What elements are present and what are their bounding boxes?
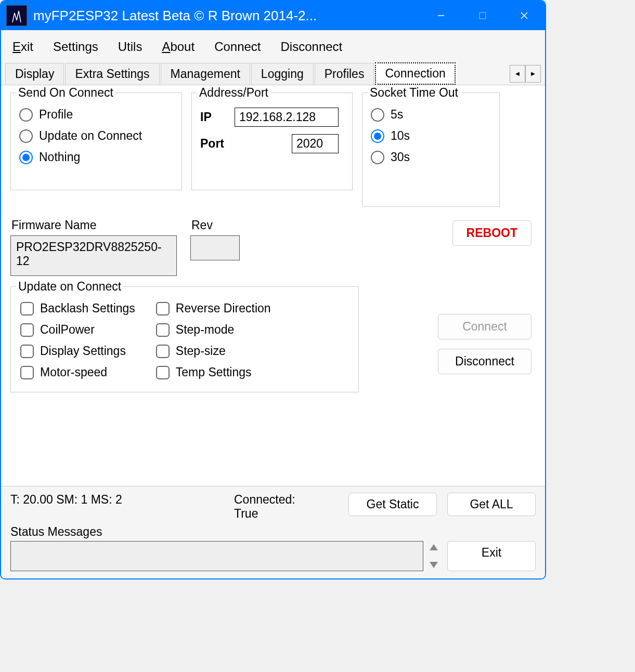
- menu-settings[interactable]: Settings: [53, 39, 98, 54]
- radio-10s[interactable]: 10s: [371, 129, 491, 143]
- titlebar: myFP2ESP32 Latest Beta © R Brown 2014-2.…: [1, 1, 545, 30]
- radio-nothing[interactable]: Nothing: [19, 150, 173, 164]
- checkbox-icon: [20, 345, 34, 358]
- status-spinner: [430, 541, 441, 571]
- legend-socket-timeout: Socket Time Out: [368, 86, 460, 100]
- reboot-button[interactable]: REBOOT: [452, 220, 532, 246]
- radio-30s[interactable]: 30s: [371, 150, 491, 164]
- tab-display[interactable]: Display: [5, 63, 64, 85]
- radio-profile[interactable]: Profile: [19, 108, 173, 122]
- check-reverse[interactable]: Reverse Direction: [156, 301, 271, 315]
- group-socket-timeout: Socket Time Out 5s 10s 30s: [362, 93, 500, 207]
- spinner-down[interactable]: [430, 562, 438, 568]
- radio-update-on-connect[interactable]: Update on Connect: [19, 129, 173, 143]
- checkbox-icon: [20, 366, 34, 379]
- tab-scroll-right[interactable]: ►: [525, 65, 541, 83]
- tab-scroll: ◄ ►: [510, 65, 541, 83]
- checkbox-icon: [156, 345, 170, 358]
- ip-input[interactable]: [235, 108, 339, 127]
- stats-text: T: 20.00 SM: 1 MS: 2: [10, 493, 224, 507]
- rev-label: Rev: [191, 218, 240, 232]
- tab-management[interactable]: Management: [161, 63, 250, 85]
- firmware-name-label: Firmware Name: [11, 218, 177, 232]
- connected-status: Connected: True: [234, 493, 325, 521]
- connect-button[interactable]: Connect: [438, 314, 532, 339]
- menu-disconnect[interactable]: Disconnect: [281, 39, 343, 54]
- ip-label: IP: [200, 110, 227, 124]
- close-button[interactable]: [503, 1, 545, 30]
- get-all-button[interactable]: Get ALL: [447, 493, 536, 516]
- check-motor-speed[interactable]: Motor-speed: [20, 365, 135, 379]
- radio-icon: [19, 151, 33, 164]
- tab-profiles[interactable]: Profiles: [315, 63, 374, 85]
- radio-icon: [19, 108, 33, 122]
- legend-send-on-connect: Send On Connect: [16, 86, 115, 100]
- disconnect-button[interactable]: Disconnect: [438, 349, 532, 374]
- menu-connect[interactable]: Connect: [214, 39, 261, 54]
- footer: T: 20.00 SM: 1 MS: 2 Connected: True Get…: [1, 486, 545, 578]
- checkbox-icon: [156, 302, 170, 315]
- menu-about[interactable]: About: [162, 39, 195, 54]
- check-temp[interactable]: Temp Settings: [156, 365, 271, 379]
- radio-5s[interactable]: 5s: [371, 108, 491, 122]
- port-label: Port: [200, 137, 227, 151]
- radio-icon: [371, 129, 384, 143]
- maximize-button: [462, 1, 503, 30]
- check-display[interactable]: Display Settings: [20, 344, 135, 358]
- minimize-button[interactable]: [420, 1, 462, 30]
- exit-button[interactable]: Exit: [447, 541, 536, 571]
- rev-field: [190, 235, 240, 260]
- checkbox-icon: [20, 302, 34, 315]
- window-controls: [420, 1, 545, 30]
- checkbox-icon: [156, 366, 170, 379]
- svg-rect-1: [480, 12, 486, 19]
- menu-utils[interactable]: Utils: [118, 39, 142, 54]
- tab-connection[interactable]: Connection: [375, 62, 455, 85]
- group-send-on-connect: Send On Connect Profile Update on Connec…: [10, 93, 182, 190]
- app-window: myFP2ESP32 Latest Beta © R Brown 2014-2.…: [0, 0, 546, 579]
- radio-icon: [371, 108, 384, 122]
- checkbox-icon: [20, 323, 34, 337]
- port-input[interactable]: [292, 134, 339, 153]
- legend-update-on-connect: Update on Connect: [16, 280, 123, 294]
- tab-bar: Display Extra Settings Management Loggin…: [1, 59, 545, 85]
- checkbox-icon: [156, 323, 170, 337]
- legend-address-port: Address/Port: [197, 86, 270, 100]
- window-title: myFP2ESP32 Latest Beta © R Brown 2014-2.…: [33, 8, 420, 24]
- radio-icon: [371, 151, 384, 164]
- tab-logging[interactable]: Logging: [251, 63, 314, 85]
- check-backlash[interactable]: Backlash Settings: [20, 301, 135, 315]
- group-update-on-connect: Update on Connect Backlash Settings Coil…: [10, 286, 359, 392]
- tab-content: Send On Connect Profile Update on Connec…: [1, 85, 545, 486]
- check-coilpower[interactable]: CoilPower: [20, 323, 135, 337]
- firmware-name-field: PRO2ESP32DRV8825250-12: [10, 235, 177, 276]
- menu-exit[interactable]: Exit: [12, 39, 33, 54]
- radio-icon: [19, 129, 33, 143]
- tab-scroll-left[interactable]: ◄: [510, 65, 525, 83]
- menubar: Exit Settings Utils About Connect Discon…: [1, 30, 545, 59]
- status-messages-label: Status Messages: [10, 525, 536, 539]
- check-stepmode[interactable]: Step-mode: [156, 323, 271, 337]
- spinner-up[interactable]: [430, 544, 438, 550]
- check-stepsize[interactable]: Step-size: [156, 344, 271, 358]
- app-icon: [6, 5, 27, 26]
- get-static-button[interactable]: Get Static: [348, 493, 437, 516]
- tab-extra-settings[interactable]: Extra Settings: [65, 63, 159, 85]
- status-messages-field[interactable]: [10, 541, 423, 571]
- group-address-port: Address/Port IP Port: [191, 93, 353, 190]
